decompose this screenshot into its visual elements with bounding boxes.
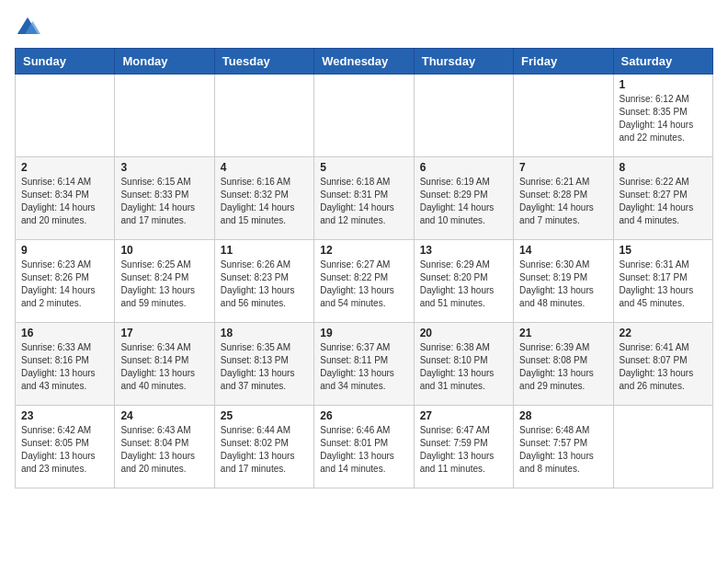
- day-info: Sunrise: 6:43 AM Sunset: 8:04 PM Dayligh…: [120, 424, 208, 476]
- calendar-cell: 15Sunrise: 6:31 AM Sunset: 8:17 PM Dayli…: [613, 240, 712, 323]
- day-info: Sunrise: 6:38 AM Sunset: 8:10 PM Dayligh…: [420, 341, 507, 393]
- weekday-thursday: Thursday: [414, 49, 513, 75]
- week-row-0: 1Sunrise: 6:12 AM Sunset: 8:35 PM Daylig…: [16, 75, 713, 157]
- calendar-cell: 10Sunrise: 6:25 AM Sunset: 8:24 PM Dayli…: [115, 240, 214, 323]
- day-info: Sunrise: 6:31 AM Sunset: 8:17 PM Dayligh…: [620, 259, 707, 310]
- day-number: 23: [21, 409, 108, 422]
- day-number: 11: [221, 244, 308, 257]
- weekday-monday: Monday: [115, 49, 214, 75]
- calendar-cell: 9Sunrise: 6:23 AM Sunset: 8:26 PM Daylig…: [16, 240, 115, 323]
- calendar-cell: 26Sunrise: 6:46 AM Sunset: 8:01 PM Dayli…: [314, 406, 414, 488]
- calendar-cell: [16, 75, 115, 157]
- calendar-cell: 7Sunrise: 6:21 AM Sunset: 8:28 PM Daylig…: [514, 157, 613, 240]
- day-info: Sunrise: 6:29 AM Sunset: 8:20 PM Dayligh…: [420, 259, 507, 310]
- day-info: Sunrise: 6:26 AM Sunset: 8:23 PM Dayligh…: [221, 259, 308, 310]
- day-info: Sunrise: 6:12 AM Sunset: 8:35 PM Dayligh…: [620, 93, 707, 144]
- calendar-cell: [414, 75, 513, 157]
- calendar-cell: [314, 75, 414, 157]
- day-number: 22: [620, 327, 707, 339]
- day-info: Sunrise: 6:34 AM Sunset: 8:14 PM Dayligh…: [120, 341, 208, 393]
- day-number: 6: [420, 161, 507, 174]
- day-number: 15: [620, 244, 707, 257]
- calendar-cell: 6Sunrise: 6:19 AM Sunset: 8:29 PM Daylig…: [414, 157, 513, 240]
- day-info: Sunrise: 6:37 AM Sunset: 8:11 PM Dayligh…: [320, 341, 407, 393]
- weekday-saturday: Saturday: [613, 49, 712, 75]
- calendar-cell: 5Sunrise: 6:18 AM Sunset: 8:31 PM Daylig…: [314, 157, 414, 240]
- calendar-cell: [514, 75, 613, 157]
- week-row-4: 23Sunrise: 6:42 AM Sunset: 8:05 PM Dayli…: [16, 406, 713, 488]
- day-info: Sunrise: 6:35 AM Sunset: 8:13 PM Dayligh…: [221, 341, 308, 393]
- logo: [15, 15, 44, 40]
- page-header: [15, 15, 713, 40]
- week-row-1: 2Sunrise: 6:14 AM Sunset: 8:34 PM Daylig…: [16, 157, 713, 240]
- day-number: 13: [420, 244, 507, 257]
- calendar-cell: 3Sunrise: 6:15 AM Sunset: 8:33 PM Daylig…: [115, 157, 214, 240]
- calendar-cell: 18Sunrise: 6:35 AM Sunset: 8:13 PM Dayli…: [214, 323, 313, 406]
- weekday-friday: Friday: [514, 49, 613, 75]
- day-number: 16: [21, 327, 108, 339]
- calendar-cell: [214, 75, 313, 157]
- calendar-cell: 27Sunrise: 6:47 AM Sunset: 7:59 PM Dayli…: [414, 406, 513, 488]
- calendar-cell: 14Sunrise: 6:30 AM Sunset: 8:19 PM Dayli…: [514, 240, 613, 323]
- day-info: Sunrise: 6:42 AM Sunset: 8:05 PM Dayligh…: [21, 424, 108, 476]
- day-info: Sunrise: 6:22 AM Sunset: 8:27 PM Dayligh…: [620, 176, 707, 227]
- calendar-cell: 21Sunrise: 6:39 AM Sunset: 8:08 PM Dayli…: [514, 323, 613, 406]
- day-number: 2: [21, 161, 108, 174]
- weekday-tuesday: Tuesday: [214, 49, 313, 75]
- day-info: Sunrise: 6:41 AM Sunset: 8:07 PM Dayligh…: [620, 341, 707, 393]
- calendar-body: 1Sunrise: 6:12 AM Sunset: 8:35 PM Daylig…: [16, 75, 713, 488]
- day-number: 3: [120, 161, 208, 174]
- day-info: Sunrise: 6:14 AM Sunset: 8:34 PM Dayligh…: [21, 176, 108, 227]
- day-number: 26: [320, 409, 407, 422]
- day-number: 27: [420, 409, 507, 422]
- day-number: 7: [519, 161, 607, 174]
- calendar-cell: 2Sunrise: 6:14 AM Sunset: 8:34 PM Daylig…: [16, 157, 115, 240]
- day-info: Sunrise: 6:44 AM Sunset: 8:02 PM Dayligh…: [221, 424, 308, 476]
- weekday-sunday: Sunday: [16, 49, 115, 75]
- day-number: 10: [120, 244, 208, 257]
- calendar-cell: 8Sunrise: 6:22 AM Sunset: 8:27 PM Daylig…: [613, 157, 712, 240]
- calendar-cell: 28Sunrise: 6:48 AM Sunset: 7:57 PM Dayli…: [514, 406, 613, 488]
- calendar-cell: 24Sunrise: 6:43 AM Sunset: 8:04 PM Dayli…: [115, 406, 214, 488]
- day-number: 8: [620, 161, 707, 174]
- day-info: Sunrise: 6:15 AM Sunset: 8:33 PM Dayligh…: [120, 176, 208, 227]
- day-info: Sunrise: 6:18 AM Sunset: 8:31 PM Dayligh…: [320, 176, 407, 227]
- day-number: 17: [120, 327, 208, 339]
- day-info: Sunrise: 6:23 AM Sunset: 8:26 PM Dayligh…: [21, 259, 108, 310]
- day-number: 18: [221, 327, 308, 339]
- day-info: Sunrise: 6:33 AM Sunset: 8:16 PM Dayligh…: [21, 341, 108, 393]
- calendar-header: SundayMondayTuesdayWednesdayThursdayFrid…: [16, 49, 713, 75]
- day-number: 20: [420, 327, 507, 339]
- day-number: 25: [221, 409, 308, 422]
- calendar-cell: 17Sunrise: 6:34 AM Sunset: 8:14 PM Dayli…: [115, 323, 214, 406]
- calendar-cell: 16Sunrise: 6:33 AM Sunset: 8:16 PM Dayli…: [16, 323, 115, 406]
- day-info: Sunrise: 6:27 AM Sunset: 8:22 PM Dayligh…: [320, 259, 407, 310]
- day-number: 28: [519, 409, 607, 422]
- day-info: Sunrise: 6:25 AM Sunset: 8:24 PM Dayligh…: [120, 259, 208, 310]
- calendar-cell: 4Sunrise: 6:16 AM Sunset: 8:32 PM Daylig…: [214, 157, 313, 240]
- week-row-2: 9Sunrise: 6:23 AM Sunset: 8:26 PM Daylig…: [16, 240, 713, 323]
- day-info: Sunrise: 6:47 AM Sunset: 7:59 PM Dayligh…: [420, 424, 507, 476]
- calendar-cell: 20Sunrise: 6:38 AM Sunset: 8:10 PM Dayli…: [414, 323, 513, 406]
- calendar-cell: [115, 75, 214, 157]
- day-number: 14: [519, 244, 607, 257]
- calendar-cell: [613, 406, 712, 488]
- calendar-cell: 1Sunrise: 6:12 AM Sunset: 8:35 PM Daylig…: [613, 75, 712, 157]
- calendar-cell: 12Sunrise: 6:27 AM Sunset: 8:22 PM Dayli…: [314, 240, 414, 323]
- day-number: 21: [519, 327, 607, 339]
- day-info: Sunrise: 6:46 AM Sunset: 8:01 PM Dayligh…: [320, 424, 407, 476]
- day-number: 4: [221, 161, 308, 174]
- day-info: Sunrise: 6:16 AM Sunset: 8:32 PM Dayligh…: [221, 176, 308, 227]
- day-number: 19: [320, 327, 407, 339]
- day-number: 9: [21, 244, 108, 257]
- day-number: 12: [320, 244, 407, 257]
- day-info: Sunrise: 6:39 AM Sunset: 8:08 PM Dayligh…: [519, 341, 607, 393]
- day-number: 24: [120, 409, 208, 422]
- day-number: 5: [320, 161, 407, 174]
- weekday-wednesday: Wednesday: [314, 49, 414, 75]
- calendar-cell: 25Sunrise: 6:44 AM Sunset: 8:02 PM Dayli…: [214, 406, 313, 488]
- calendar-cell: 23Sunrise: 6:42 AM Sunset: 8:05 PM Dayli…: [16, 406, 115, 488]
- day-info: Sunrise: 6:19 AM Sunset: 8:29 PM Dayligh…: [420, 176, 507, 227]
- day-info: Sunrise: 6:30 AM Sunset: 8:19 PM Dayligh…: [519, 259, 607, 310]
- day-info: Sunrise: 6:21 AM Sunset: 8:28 PM Dayligh…: [519, 176, 607, 227]
